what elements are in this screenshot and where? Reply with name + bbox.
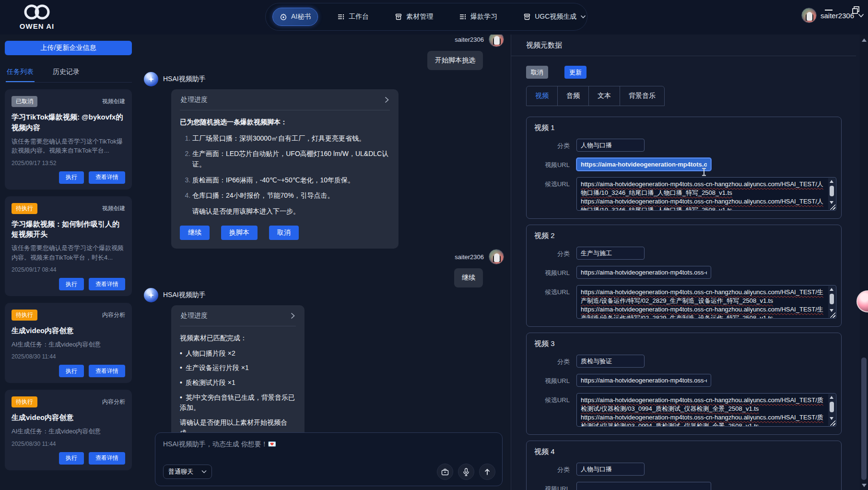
mic-button[interactable] [458, 464, 474, 480]
task-type: 内容分析 [102, 398, 125, 406]
scrollbar-thumb[interactable] [830, 402, 834, 412]
nav-tab-material-manage[interactable]: 素材管理 [388, 8, 440, 25]
task-title: 学习爆款视频：如何制作吸引人的短视频开头 [12, 219, 125, 240]
star-icon [148, 76, 154, 83]
video-section-title: 视频 1 [534, 123, 833, 132]
candidate-url-textarea[interactable]: https://aima-hotvideogeneration-mp4tots.… [576, 393, 836, 427]
category-label: 分类 [534, 355, 570, 366]
script-list-item: 工厂场景口播：深圳30000㎡自有工厂，灯具更亮更省钱。 [192, 133, 390, 144]
video-url-label: 视频URL [534, 482, 570, 490]
execute-button[interactable]: 执行 [59, 365, 84, 377]
divider [511, 56, 856, 56]
scroll-up-icon[interactable] [830, 288, 833, 291]
category-input[interactable] [576, 139, 645, 152]
tab-task-list[interactable]: 任务列表 [6, 64, 35, 82]
scrollbar-thumb[interactable] [861, 358, 867, 480]
task-card: 待执行 内容分析 生成video内容创意 AI生成任务：生成video内容创意 … [5, 390, 132, 470]
scroll-up-icon[interactable] [830, 396, 833, 399]
video-url-input[interactable] [576, 374, 711, 387]
assistant-name: HSAI视频助手 [163, 75, 206, 84]
task-title: 学习TikTok爆款视频: @bykovfx的视频内容 [12, 112, 125, 133]
category-input[interactable] [576, 355, 645, 368]
toolbox-button[interactable] [437, 464, 453, 480]
task-sidebar: 上传/更新企业信息 任务列表 历史记录 已取消 视频创建 学习TikTok爆款视… [0, 35, 137, 490]
view-detail-button[interactable]: 查看详情 [89, 365, 125, 377]
video-url-input[interactable] [576, 482, 711, 490]
scroll-down-icon[interactable] [862, 484, 867, 487]
task-date: 2025/09/17 08:44 [12, 266, 125, 273]
resize-grip[interactable] [829, 203, 835, 210]
cancel-button[interactable]: 取消 [269, 226, 299, 240]
candidate-url: https://aima-hotvideogeneration-mp4tots.… [581, 288, 824, 305]
video-url-label: 视频URL [534, 158, 570, 169]
user-menu[interactable]: saiter2306 [801, 8, 864, 23]
user-avatar [489, 249, 504, 264]
video-metadata-panel: 视频元数据 取消 更新 视频 音频 文本 背景音乐 视频 1 分类 视频URL … [511, 35, 860, 490]
list-icon [337, 13, 345, 21]
confirm-text: 请确认是否使用该脚本进入下一步。 [192, 206, 390, 217]
candidate-url-textarea[interactable]: https://aima-hotvideogeneration-mp4tots.… [576, 285, 836, 319]
progress-header[interactable]: 处理进度 [180, 305, 296, 326]
star-icon [148, 292, 154, 299]
continue-button[interactable]: 继续 [180, 226, 210, 240]
chat-input-box: 普通聊天 [155, 432, 503, 486]
task-description: 该任务需要您确认是否学习这个爆款视频内容。视频来自TikTok平台，时长4... [12, 243, 125, 262]
upload-company-info-button[interactable]: 上传/更新企业信息 [5, 41, 132, 55]
task-description: 该任务需要您确认是否学习这个TikTok爆款视频内容。视频来自TikTok平台.… [12, 137, 125, 155]
robot-icon [280, 13, 287, 21]
category-label: 分类 [534, 247, 570, 258]
video-url-input[interactable] [576, 158, 711, 171]
scrollbar-thumb[interactable] [830, 186, 834, 196]
progress-header[interactable]: 处理进度 [180, 89, 390, 110]
user-name: saiter2306 [821, 12, 854, 20]
nav-tab-workbench[interactable]: 工作台 [330, 8, 375, 25]
resize-grip[interactable] [829, 311, 835, 318]
execute-button[interactable]: 执行 [59, 452, 84, 465]
material-list-item: 英/中文旁白音轨已生成，背景音乐已添加。 [180, 393, 296, 413]
execute-button[interactable]: 执行 [59, 171, 84, 184]
tab-text[interactable]: 文本 [588, 86, 620, 106]
tab-history[interactable]: 历史记录 [52, 64, 81, 82]
category-input[interactable] [576, 247, 645, 260]
switch-script-button[interactable]: 换脚本 [221, 226, 258, 240]
video-url-label: 视频URL [534, 374, 570, 385]
chat-mode-select[interactable]: 普通聊天 [163, 465, 212, 479]
view-detail-button[interactable]: 查看详情 [89, 452, 125, 465]
view-detail-button[interactable]: 查看详情 [89, 278, 125, 290]
chat-input[interactable] [163, 440, 494, 448]
status-badge: 已取消 [12, 96, 37, 107]
text-cursor-pointer [702, 168, 706, 176]
scroll-up-icon[interactable] [830, 180, 833, 183]
message-author: saiter2306 [455, 36, 484, 43]
sidebar-tabs: 任务列表 历史记录 [6, 64, 132, 83]
nav-tab-ugc-video[interactable]: UGC视频生成 [516, 8, 593, 25]
tab-video[interactable]: 视频 [526, 86, 558, 106]
metadata-cancel-button[interactable]: 取消 [526, 66, 548, 79]
category-input[interactable] [576, 463, 645, 476]
video-url-label: 视频URL [534, 266, 570, 277]
status-badge: 待执行 [12, 396, 37, 407]
main-scrollbar[interactable] [860, 35, 868, 490]
scroll-up-icon[interactable] [862, 38, 867, 42]
candidate-url-label: 候选URL [534, 393, 570, 405]
message-intro: 视频素材已匹配完成： [180, 333, 296, 344]
candidate-url-textarea[interactable]: https://aima-hotvideogeneration-mp4tots.… [576, 177, 836, 211]
video-url-input[interactable] [576, 266, 711, 279]
chevron-down-icon [580, 15, 586, 19]
nav-tab-hot-learning[interactable]: 爆款学习 [452, 8, 504, 25]
send-button[interactable] [479, 464, 495, 480]
resize-grip[interactable] [829, 419, 835, 426]
chevron-down-icon [201, 470, 207, 474]
candidate-url: https://aima-hotvideogeneration-mp4tots.… [581, 180, 824, 197]
video-section: 视频 2 分类 视频URL 候选URL https://aima-hotvide… [526, 225, 842, 327]
metadata-update-button[interactable]: 更新 [564, 66, 586, 79]
execute-button[interactable]: 执行 [59, 278, 84, 290]
nav-tab-ai-secretary[interactable]: AI秘书 [272, 8, 318, 26]
tab-audio[interactable]: 音频 [557, 86, 589, 106]
scrollbar-thumb[interactable] [830, 294, 834, 304]
view-detail-button[interactable]: 查看详情 [89, 171, 125, 184]
tab-bgm[interactable]: 背景音乐 [620, 86, 665, 106]
mic-icon [463, 468, 469, 476]
video-section-title: 视频 3 [534, 339, 833, 348]
task-type: 视频创建 [102, 97, 125, 106]
